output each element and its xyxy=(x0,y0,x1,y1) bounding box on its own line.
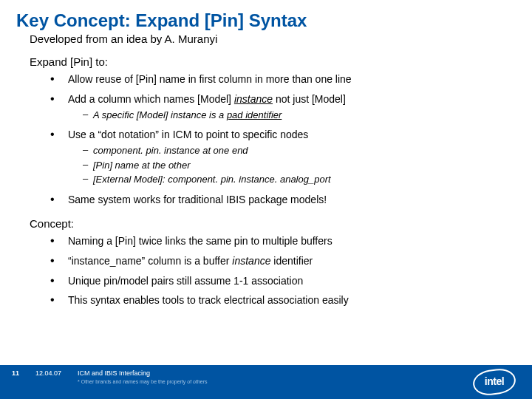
list-item: Same system works for traditional IBIS p… xyxy=(50,190,511,210)
text: “instance_name” column is a buffer xyxy=(68,255,232,267)
list-item: Unique pin/model pairs still assume 1-1 … xyxy=(50,271,511,291)
page-number: 11 xyxy=(12,369,19,377)
section-expand-lead: Expand [Pin] to: xyxy=(0,52,532,68)
logo-text: intel xyxy=(473,375,516,387)
list-item: Use a “dot notation” in ICM to point to … xyxy=(50,125,511,190)
list-item: Naming a [Pin] twice links the same pin … xyxy=(50,231,511,251)
text: Use a “dot notation” in ICM to point to … xyxy=(68,129,308,140)
section-concept-lead: Concept: xyxy=(0,210,532,230)
sublist: A specific [Model] instance is a pad ide… xyxy=(68,108,511,123)
slide-subtitle: Developed from an idea by A. Muranyi xyxy=(0,33,532,52)
text: A specific [Model] instance is a xyxy=(93,109,227,120)
text: not just [Model] xyxy=(273,93,346,105)
emphasis: instance xyxy=(232,255,270,267)
emphasis: pad identifier xyxy=(227,109,282,120)
footer-bar: 11 12.04.07 ICM and IBIS Interfacing * O… xyxy=(0,365,532,399)
list-item: [External Model]: component. pin. instan… xyxy=(83,172,511,187)
expand-list: Allow reuse of [Pin] name in first colum… xyxy=(0,68,532,210)
footer-disclaimer: * Other brands and names may be the prop… xyxy=(78,379,208,384)
list-item: component. pin. instance at one end xyxy=(83,143,511,158)
slide-title: Key Concept: Expand [Pin] Syntax xyxy=(0,0,532,33)
list-item: This syntax enables tools to track elect… xyxy=(50,290,511,310)
list-item: “instance_name” column is a buffer insta… xyxy=(50,251,511,271)
list-item: Allow reuse of [Pin] name in first colum… xyxy=(50,69,511,89)
text: Add a column which names [Model] xyxy=(68,93,234,105)
list-item: [Pin] name at the other xyxy=(83,158,511,173)
footer-date: 12.04.07 xyxy=(35,369,61,377)
concept-list: Naming a [Pin] twice links the same pin … xyxy=(0,230,532,311)
list-item: Add a column which names [Model] instanc… xyxy=(50,89,511,125)
text: identifier xyxy=(270,255,313,267)
emphasis: instance xyxy=(234,93,273,105)
sublist: component. pin. instance at one end [Pin… xyxy=(68,143,511,187)
intel-logo: intel xyxy=(473,369,516,395)
footer-heading: ICM and IBIS Interfacing xyxy=(78,369,208,377)
list-item: A specific [Model] instance is a pad ide… xyxy=(83,108,511,123)
